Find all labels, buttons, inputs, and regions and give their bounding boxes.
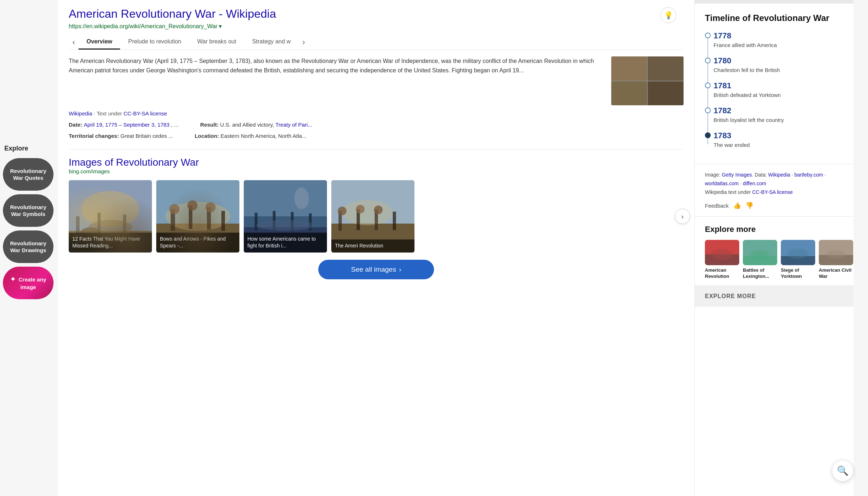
image-card-4[interactable]: The Ameri Revolution [331, 180, 414, 253]
search-fab-icon: 🔍 [837, 465, 848, 476]
svg-rect-12 [189, 205, 192, 229]
timeline-year-1782: 1782 [714, 106, 843, 115]
svg-point-7 [89, 220, 132, 234]
wiki-thumb-cell-2 [648, 56, 684, 81]
explore-card-label-4: American Civil War [819, 267, 853, 280]
thumbs-down-icon[interactable]: 👎 [745, 200, 753, 211]
images-title-link[interactable]: Images of Revolutionary War [69, 157, 199, 168]
svg-rect-33 [393, 212, 396, 230]
timeline-line [707, 35, 708, 144]
images-next-button[interactable]: › [675, 209, 690, 224]
tab-overview[interactable]: Overview [78, 35, 120, 50]
explore-card-siege-yorktown[interactable]: Siege of Yorktown [781, 240, 815, 280]
search-fab-button[interactable]: 🔍 [832, 460, 854, 482]
svg-point-26 [256, 220, 314, 231]
svg-point-3 [80, 227, 101, 242]
lightbulb-button[interactable]: 💡 [660, 7, 676, 23]
sidebar-item-war-symbols[interactable]: Revolutionary War Symbols [3, 194, 54, 227]
svg-rect-13 [207, 207, 211, 230]
sidebar-item-war-drawings[interactable]: Revolutionary War Drawings [3, 230, 54, 263]
getty-images-link[interactable]: Getty Images [722, 172, 752, 178]
image-thumb-2: Bows and Arrows - Pikes and Spears -... [156, 180, 239, 253]
feedback-row: Feedback 👍 👎 [705, 200, 843, 211]
explore-card-label-1: American Revolution [705, 267, 739, 280]
timeline-dot-1781 [705, 82, 711, 88]
tab-war-breaks[interactable]: War breaks out [189, 35, 244, 50]
cc-license-link-2[interactable]: CC-BY-SA license [752, 189, 793, 195]
tab-prev-button[interactable]: ‹ [69, 37, 78, 48]
wiki-meta-date: Date: April 19, 1775 – September 3, 1783… [69, 122, 179, 128]
svg-point-29 [342, 200, 393, 225]
main-content: 💡 American Revolutionary War - Wikipedia… [58, 0, 694, 496]
sidebar-item-create-label: ✦ Create any image [3, 272, 54, 294]
wiki-meta-location: Location: Eastern North America, North A… [195, 133, 306, 139]
explore-card-american-revolution[interactable]: American Revolution [705, 240, 739, 280]
timeline-desc-1783: The war ended [714, 142, 843, 148]
tab-next-button[interactable]: › [299, 37, 309, 48]
worldatlas-link[interactable]: worldatlas.com [705, 181, 739, 186]
wikipedia-attr-link[interactable]: Wikipedia [768, 172, 790, 178]
image-card-1[interactable]: 12 Facts That You Might Have Missed Read… [69, 180, 152, 253]
explore-card-thumb-2 [743, 240, 777, 265]
svg-point-39 [711, 249, 733, 260]
image-caption-2: Bows and Arrows - Pikes and Spears -... [156, 233, 239, 253]
diffen-link[interactable]: diffen.com [743, 181, 766, 186]
wiki-meta-territorial: Territorial changes: Great Britain cedes… [69, 133, 173, 139]
svg-rect-0 [69, 180, 152, 253]
timeline-item-1778: 1778 France allied with America [714, 31, 843, 48]
cc-license-link[interactable]: CC-BY-SA license [123, 110, 167, 116]
sidebar-item-war-quotes[interactable]: Revolutionary War Quotes [3, 158, 54, 191]
wiki-thumbnail [611, 56, 684, 105]
tab-prelude[interactable]: Prelude to revolution [120, 35, 189, 50]
page-layout: Explore Revolutionary War Quotes Revolut… [0, 0, 868, 496]
svg-point-36 [374, 205, 383, 214]
wiki-thumb-cell-1 [611, 56, 647, 81]
timeline-year-1781: 1781 [714, 81, 843, 90]
timeline-section: Timeline of Revolutionary War 1778 Franc… [695, 4, 854, 164]
explore-label: Explore [3, 145, 55, 152]
timeline-desc-1780: Charleston fell to the British [714, 67, 843, 73]
sidebar-item-create-image[interactable]: ✦ Create any image [3, 267, 54, 299]
timeline-item-1783: 1783 The war ended [714, 131, 843, 148]
wikipedia-source-link[interactable]: Wikipedia [69, 110, 92, 116]
images-grid: 12 Facts That You Might Have Missed Read… [69, 180, 684, 253]
svg-point-16 [187, 200, 197, 211]
svg-point-35 [356, 205, 365, 213]
explore-card-battles-lexington[interactable]: Battles of Lexington... [743, 240, 777, 280]
svg-point-42 [751, 250, 769, 259]
timeline-item-1781: 1781 British defeated at Yorktown [714, 81, 843, 98]
svg-rect-22 [255, 213, 258, 231]
svg-rect-8 [156, 180, 239, 253]
wiki-title-link[interactable]: American Revolutionary War - Wikipedia [69, 7, 276, 21]
svg-point-20 [294, 187, 309, 209]
timeline-dot-1782 [705, 107, 711, 113]
explore-thumb-svg-1 [705, 240, 739, 265]
explore-card-thumb-1 [705, 240, 739, 265]
svg-rect-6 [123, 215, 126, 233]
tabs-row: ‹ Overview Prelude to revolution War bre… [69, 35, 684, 50]
right-panel-top-bar [695, 0, 854, 4]
right-panel: Timeline of Revolutionary War 1778 Franc… [694, 0, 854, 496]
explore-thumb-svg-2 [743, 240, 777, 265]
image-thumb-3: How some Americans came to fight for Bri… [244, 180, 327, 253]
explore-card-american-civil-war[interactable]: American Civil War [819, 240, 853, 280]
attribution-text: Image: Getty Images. Data: Wikipedia · b… [705, 171, 843, 188]
timeline-year-1780: 1780 [714, 56, 843, 65]
image-card-3[interactable]: How some Americans came to fight for Bri… [244, 180, 327, 253]
svg-point-34 [338, 207, 346, 215]
svg-rect-19 [244, 180, 327, 216]
images-url: bing.com/images [69, 168, 684, 174]
svg-point-45 [788, 249, 808, 259]
sidebar: Explore Revolutionary War Quotes Revolut… [0, 0, 58, 496]
thumbs-up-icon[interactable]: 👍 [733, 200, 741, 211]
sidebar-item-war-symbols-label: Revolutionary War Symbols [3, 201, 54, 221]
image-card-2[interactable]: Bows and Arrows - Pikes and Spears -... [156, 180, 239, 253]
svg-point-15 [169, 204, 179, 214]
sidebar-item-war-drawings-label: Revolutionary War Drawings [3, 237, 54, 257]
tab-strategy[interactable]: Strategy and w [244, 35, 299, 50]
see-all-images-button[interactable]: See all images › [318, 260, 434, 279]
bartleby-link[interactable]: bartleby.com [794, 172, 823, 178]
timeline-dot-1780 [705, 58, 711, 63]
svg-rect-2 [69, 231, 152, 253]
timeline-item-1780: 1780 Charleston fell to the British [714, 56, 843, 73]
